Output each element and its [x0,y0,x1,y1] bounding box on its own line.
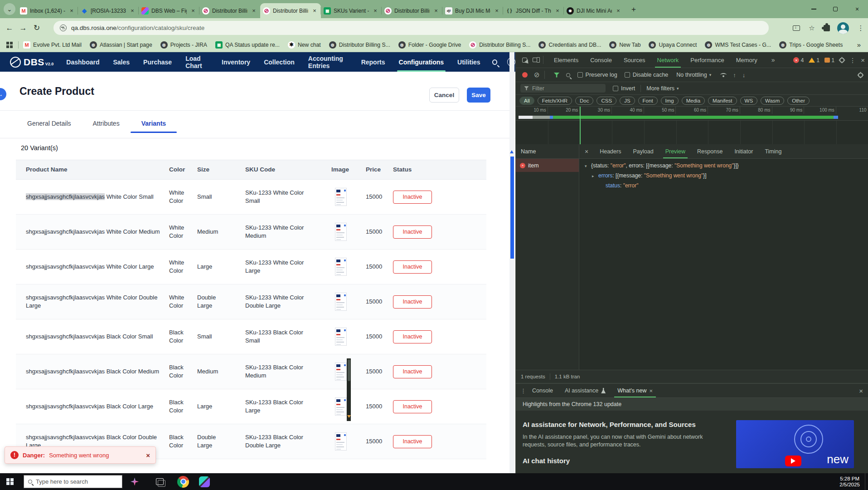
nav-item-collection[interactable]: Collection [264,52,295,72]
json-line[interactable]: status: "error" [585,181,739,191]
filter-chip-other[interactable]: Other [787,97,810,105]
apps-grid-icon[interactable] [6,42,13,48]
scrollbar-up-arrow[interactable] [510,150,514,153]
status-badge[interactable]: Inactive [393,225,432,239]
disable-cache-checkbox[interactable]: Disable cache [625,72,669,78]
browser-tab[interactable]: ◉DJI Mic Mini Adap× [564,3,625,18]
save-button[interactable]: Save [467,88,490,103]
product-image-thumbnail[interactable] [335,397,347,416]
new-tab-button[interactable]: + [627,3,640,16]
expand-arrow-icon[interactable]: ▸ [592,172,598,181]
name-column-header[interactable]: Name [516,144,579,158]
whats-new-heading2[interactable]: AI chat history [523,457,570,465]
app-taskbar-icon[interactable] [199,476,210,487]
nav-item-inventory[interactable]: Inventory [222,52,250,72]
devtools-tab-performance[interactable]: Performance [684,52,730,68]
table-row[interactable]: shgxsajjsavsghcfkjlaasvcvkjas White Colo… [16,180,486,215]
drawer-tab-ai-assistance[interactable]: AI assistance [559,384,611,397]
nav-item-dashboard[interactable]: Dashboard [66,52,99,72]
tab-close-icon[interactable]: × [250,7,257,15]
browser-tab[interactable]: ⊘Distributor Billing× [260,3,321,18]
product-image-thumbnail[interactable] [335,188,347,206]
devtools-tab-memory[interactable]: Memory [730,52,763,68]
bookmark-item[interactable]: ▦QA Status update re... [215,41,280,49]
status-badge[interactable]: Inactive [393,435,432,448]
collapse-panel-icon[interactable]: → [0,88,6,100]
close-window-button[interactable]: × [846,0,868,18]
detail-tab-payload[interactable]: Payload [627,144,659,158]
drawer-tab-close-icon[interactable]: × [649,387,653,394]
drawer-tab-console[interactable]: Console [526,384,559,397]
browser-menu-icon[interactable]: ⋮ [856,24,865,32]
bookmark-item[interactable]: ◍Credentials and DB... [538,41,601,49]
more-tabs-icon[interactable]: » [769,56,778,64]
detail-tab-preview[interactable]: Preview [659,144,691,158]
filter-chip-manifest[interactable]: Manifest [708,97,737,105]
filter-chip-js[interactable]: JS [620,97,635,105]
cancel-button[interactable]: Cancel [429,88,459,103]
network-settings-icon[interactable] [858,73,863,78]
network-search-icon[interactable] [566,73,570,77]
table-row[interactable]: shgxsajjsavsghcfkjlaasvcvkjas White Colo… [16,284,486,319]
search-highlights-icon[interactable] [131,478,139,486]
tab-attributes[interactable]: Attributes [82,114,131,133]
nav-item-load-chart[interactable]: Load Chart [185,52,208,72]
tab-close-icon[interactable]: × [493,7,500,15]
browser-tab[interactable]: ⊘Distributor Billing× [382,3,442,18]
nav-item-sales[interactable]: Sales [113,52,130,72]
table-row[interactable]: shgxsajjsavsghcfkjlaasvcvkjas Black Colo… [16,319,486,354]
network-filter-input[interactable]: Filter [520,84,606,93]
bookmark-item[interactable]: ◍Projects - JIRA [160,41,207,49]
bookmarks-overflow-icon[interactable]: » [857,41,861,49]
product-image-thumbnail[interactable] [335,432,347,451]
video-thumbnail[interactable]: new [736,420,854,468]
warning-count-badge[interactable]: 1 [809,57,820,64]
filter-chip-fetch-xhr[interactable]: Fetch/XHR [538,97,572,105]
drawer-menu-icon[interactable]: ⋮ [520,387,526,394]
youtube-play-icon[interactable] [785,456,801,466]
page-scrollbar-thumb[interactable] [510,157,514,259]
browser-tab[interactable]: ◆[ROSIA-13233] UI× [78,3,139,18]
filter-funnel-icon[interactable] [554,73,560,78]
drawer-close-icon[interactable]: × [859,387,863,395]
json-line[interactable]: ▸errors: [{message: "Something went wron… [585,171,739,181]
taskbar-search-box[interactable]: Type here to search [24,475,122,488]
site-settings-icon[interactable] [60,24,67,31]
table-row[interactable]: shgxsajjsavsghcfkjlaasvcvkjas White Colo… [16,215,486,250]
more-filters-button[interactable]: More filters▾ [646,85,679,92]
whats-new-heading[interactable]: AI assistance for Network, Performance, … [523,421,696,428]
bookmark-item[interactable]: ◍Folder - Google Drive [398,41,461,49]
table-row[interactable]: shgxsajjsavsghcfkjlaasvcvkjas Black Colo… [16,389,486,424]
tab-close-icon[interactable]: × [432,7,440,15]
filter-chip-css[interactable]: CSS [596,97,616,105]
browser-tab[interactable]: MInbox (1,624) - shr× [17,3,78,18]
filter-chip-doc[interactable]: Doc [575,97,593,105]
issues-count-badge[interactable]: 1 [824,57,834,64]
nav-item-purchase[interactable]: Purchase [143,52,172,72]
status-badge[interactable]: Inactive [393,365,432,378]
bookmark-item[interactable]: ◍WMS Test Cases - G... [705,41,771,49]
nav-item-accounting-entries[interactable]: Accounting Entries [308,52,348,72]
taskbar-clock[interactable]: 5:28 PM 2/5/2025 [839,473,860,490]
browser-tab[interactable]: ▦SKUs Varient - Go× [321,3,382,18]
json-line[interactable]: ▾{status: "error", errors: [{message: "S… [585,161,739,171]
nav-item-configurations[interactable]: Configurations [399,52,444,72]
toast-close-icon[interactable]: × [146,451,150,459]
tab-close-icon[interactable]: × [311,7,318,15]
forward-button[interactable]: → [16,21,30,35]
browser-tab[interactable]: ⊘Distributor Billing× [199,3,260,18]
browser-tab[interactable]: { }JSON Diff - The se× [503,3,564,18]
bookmark-item[interactable]: ◍Trips - Google Sheets [779,41,843,49]
filter-chip-all[interactable]: All [519,97,534,105]
devtools-tab-console[interactable]: Console [584,52,618,68]
extensions-icon[interactable] [824,25,830,31]
nav-item-utilities[interactable]: Utilities [457,52,480,72]
product-image-thumbnail[interactable] [335,328,347,346]
devtools-close-icon[interactable]: × [861,56,865,64]
filter-chip-font[interactable]: Font [638,97,658,105]
browser-tab[interactable]: DBS Web – Figma× [139,3,199,18]
bookmark-item[interactable]: MEvolve Pvt. Ltd Mail [23,41,82,49]
reload-button[interactable]: ↻ [30,21,44,35]
address-bar[interactable]: qa.dbs.rosia.one/configuration/catalog/s… [53,21,769,35]
tab-general-details[interactable]: General Details [16,114,82,133]
